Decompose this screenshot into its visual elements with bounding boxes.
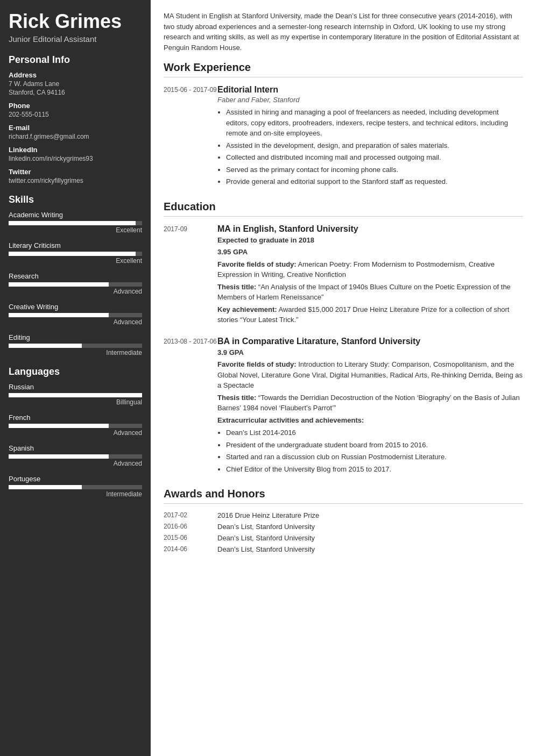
edu-thesis: Thesis title: “An Analysis of the Impact… <box>217 282 523 303</box>
language-item: Portugese Intermediate <box>9 475 142 498</box>
work-title: Editorial Intern <box>217 85 523 95</box>
skill-name: Creative Writing <box>9 303 142 311</box>
skill-item: Editing Intermediate <box>9 333 142 356</box>
work-subtitle: Faber and Faber, Stanford <box>217 96 523 104</box>
edu-extracurricular-item: President of the undergraduate student b… <box>226 440 523 451</box>
language-name: Russian <box>9 383 142 391</box>
skill-level: Advanced <box>9 288 142 295</box>
language-bar-fill <box>9 424 109 428</box>
email-value: richard.f.grimes@gmail.com <box>9 133 142 140</box>
languages-heading: Languages <box>9 366 142 377</box>
edu-title: BA in Comparative Litarature, Stanford U… <box>217 337 523 346</box>
work-date: 2015-06 - 2017-09 <box>164 85 217 189</box>
edu-body: BA in Comparative Litarature, Stanford U… <box>217 337 523 476</box>
sidebar: Rick Grimes Junior Editorial Assistant P… <box>0 0 151 756</box>
languages-list: Russian Billingual French Advanced Spani… <box>9 383 142 498</box>
skill-bar-fill <box>9 282 109 287</box>
skill-bar-fill <box>9 221 136 225</box>
skill-level: Intermediate <box>9 349 142 356</box>
main-content: MA Student in English at Stanford Univer… <box>151 0 536 756</box>
edu-extracurricular-label: Extracurricular activities and achieveme… <box>217 415 523 426</box>
education-entry: 2013-08 - 2017-06 BA in Comparative Lita… <box>164 337 523 476</box>
language-bar-bg <box>9 393 142 397</box>
candidate-title: Junior Editorial Assistant <box>9 34 142 44</box>
skill-level: Excellent <box>9 226 142 234</box>
work-bullet: Collected and distributed incoming mail … <box>226 152 523 163</box>
skill-bar-fill <box>9 344 82 348</box>
edu-fields: Favorite fields of study: Introduction t… <box>217 359 523 391</box>
phone-value: 202-555-0115 <box>9 111 142 118</box>
candidate-name: Rick Grimes <box>9 11 142 32</box>
education-heading: Education <box>164 201 523 217</box>
edu-fields: Favorite fields of study: American Poetr… <box>217 259 523 280</box>
personal-info-heading: Personal Info <box>9 54 142 66</box>
skill-bar-bg <box>9 344 142 348</box>
skill-item: Academic Writing Excellent <box>9 211 142 234</box>
skills-list: Academic Writing Excellent Literary Crit… <box>9 211 142 356</box>
skill-bar-bg <box>9 282 142 287</box>
language-item: Spanish Advanced <box>9 444 142 467</box>
work-bullet: Assisted in hiring and managing a pool o… <box>226 107 523 139</box>
language-bar-bg <box>9 454 142 459</box>
work-entry: 2015-06 - 2017-09 Editorial Intern Faber… <box>164 85 523 189</box>
work-bullet: Served as the primary contact for incomi… <box>226 165 523 175</box>
language-level: Advanced <box>9 429 142 437</box>
skill-level: Advanced <box>9 318 142 326</box>
language-item: French Advanced <box>9 413 142 437</box>
language-bar-fill <box>9 454 109 459</box>
award-date: 2015-06 <box>164 534 217 542</box>
skill-bar-bg <box>9 252 142 256</box>
award-row: 2014-06 Dean’s List, Stanford University <box>164 545 523 553</box>
awards-section: Awards and Honors 2017-02 2016 Drue Hein… <box>164 488 523 553</box>
skill-name: Academic Writing <box>9 211 142 219</box>
award-date: 2014-06 <box>164 545 217 553</box>
twitter-value: twitter.com/rickyfillygrimes <box>9 177 142 184</box>
skill-bar-bg <box>9 221 142 225</box>
address-line1: 7 W. Adams Lane <box>9 80 142 88</box>
work-experience-list: 2015-06 - 2017-09 Editorial Intern Faber… <box>164 85 523 189</box>
edu-extracurricular-item: Dean’s List 2014-2016 <box>226 427 523 438</box>
language-bar-fill <box>9 393 142 397</box>
award-date: 2016-06 <box>164 523 217 531</box>
summary-text: MA Student in English at Stanford Univer… <box>164 11 523 53</box>
skill-item: Literary Criticism Excellent <box>9 241 142 265</box>
edu-gpa: 3.9 GPA <box>217 347 523 358</box>
edu-title: MA in English, Stanford University <box>217 224 523 234</box>
twitter-label: Twitter <box>9 168 142 176</box>
skill-name: Research <box>9 272 142 280</box>
linkedin-label: LinkedIn <box>9 146 142 154</box>
edu-extracurricular-item: Started and ran a discussion club on Rus… <box>226 452 523 462</box>
language-bar-bg <box>9 485 142 489</box>
edu-gpa: 3.95 GPA <box>217 247 523 258</box>
language-bar-fill <box>9 485 82 489</box>
language-level: Billingual <box>9 398 142 406</box>
education-section: Education 2017-09 MA in English, Stanfor… <box>164 201 523 476</box>
edu-extracurricular-item: Chief Editor of the University Blog from… <box>226 464 523 475</box>
skill-item: Creative Writing Advanced <box>9 303 142 326</box>
work-experience-section: Work Experience 2015-06 - 2017-09 Editor… <box>164 61 523 189</box>
education-list: 2017-09 MA in English, Stanford Universi… <box>164 224 523 476</box>
address-line2: Stanford, CA 94116 <box>9 89 142 96</box>
skill-name: Editing <box>9 333 142 341</box>
address-label: Address <box>9 71 142 79</box>
language-name: French <box>9 413 142 422</box>
edu-achievement: Key achievement: Awarded $15,000 2017 Dr… <box>217 304 523 325</box>
skill-bar-bg <box>9 313 142 317</box>
linkedin-value: linkedin.com/in/rickygrimes93 <box>9 155 142 162</box>
skill-level: Excellent <box>9 257 142 265</box>
award-date: 2017-02 <box>164 511 217 519</box>
skill-item: Research Advanced <box>9 272 142 295</box>
award-row: 2017-02 2016 Drue Heinz Literature Prize <box>164 511 523 519</box>
edu-expected: Expected to graduate in 2018 <box>217 235 523 246</box>
award-row: 2016-06 Dean’s List, Stanford University <box>164 523 523 531</box>
skill-bar-fill <box>9 313 109 317</box>
award-name: Dean’s List, Stanford University <box>217 523 315 531</box>
skills-heading: Skills <box>9 194 142 205</box>
language-name: Spanish <box>9 444 142 452</box>
award-name: 2016 Drue Heinz Literature Prize <box>217 511 319 519</box>
skill-bar-fill <box>9 252 136 256</box>
skill-name: Literary Criticism <box>9 241 142 249</box>
language-level: Intermediate <box>9 490 142 498</box>
edu-date: 2017-09 <box>164 224 217 327</box>
edu-thesis: Thesis title: “Towards the Derridian Dec… <box>217 393 523 413</box>
